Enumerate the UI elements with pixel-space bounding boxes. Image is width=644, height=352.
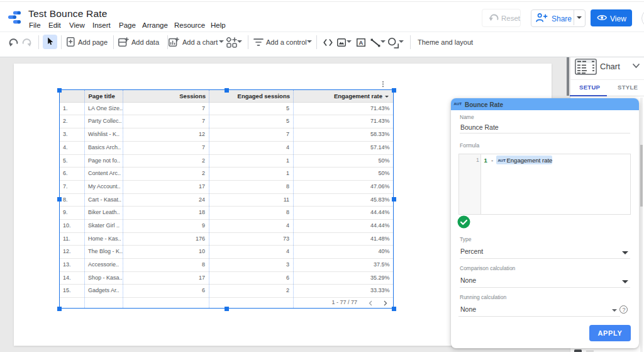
- svg-text:A: A: [359, 39, 364, 46]
